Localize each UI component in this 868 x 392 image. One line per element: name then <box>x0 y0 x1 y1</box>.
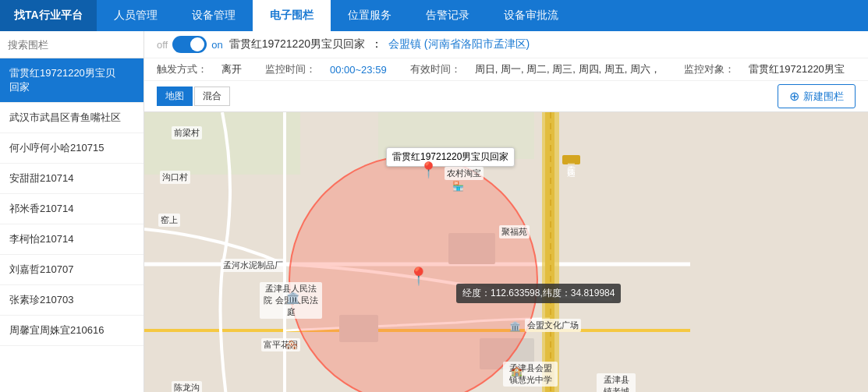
nav-item-location[interactable]: 位置服务 <box>331 0 409 31</box>
place-label-6: 陈龙沟 <box>172 381 202 392</box>
sidebar-item-6[interactable]: 刘嘉哲210707 <box>0 255 143 285</box>
place-label-7: 农村淘宝 <box>445 167 484 180</box>
search-box: 🔍 <box>0 31 143 58</box>
fence-title-label: 雷贯红19721220男宝贝回家 <box>386 147 515 167</box>
coord-box: 经度：112.633598,纬度：34.819984 <box>456 284 621 303</box>
nav-item-fence[interactable]: 电子围栏 <box>253 0 331 31</box>
monitor-time-value: 00:00~23:59 <box>330 64 387 76</box>
sidebar-item-2[interactable]: 何小哼何小哈210715 <box>0 133 143 164</box>
place-label-9: 会盟文化广场 <box>525 319 581 332</box>
valid-time-value: 周日, 周一, 周二, 周三, 周四, 周五, 周六， <box>475 62 661 76</box>
info-row-details: 触发方式： 离开 监控时间： 00:00~23:59 有效时间： 周日, 周一,… <box>144 58 868 81</box>
plus-icon: ⊕ <box>789 89 799 104</box>
toggle-on-label: on <box>211 39 222 51</box>
sidebar: 🔍 雷贯红19721220男宝贝回家 武汉市武昌区青鱼嘴社区 何小哼何小哈210… <box>0 31 144 392</box>
map-type-map[interactable]: 地图 <box>157 87 193 106</box>
main-layout: 🔍 雷贯红19721220男宝贝回家 武汉市武昌区青鱼嘴社区 何小哼何小哈210… <box>0 31 868 392</box>
map-toolbar: 地图 混合 ⊕ 新建围栏 <box>144 81 868 112</box>
toggle-off-label: off <box>157 39 168 51</box>
fence-center-pin: 📍 <box>408 267 429 287</box>
map-icon-taobao: 🏪 <box>452 181 464 192</box>
place-label-1: 沟口村 <box>160 171 190 184</box>
nav-item-approval[interactable]: 设备审批流 <box>487 0 576 31</box>
map-type-hybrid[interactable]: 混合 <box>194 87 230 106</box>
trigger-label: 触发方式： <box>157 62 207 76</box>
sidebar-item-4[interactable]: 祁米香210714 <box>0 194 143 224</box>
sidebar-item-5[interactable]: 李柯怡210714 <box>0 224 143 255</box>
toggle-switch[interactable] <box>172 36 207 53</box>
sidebar-item-1[interactable]: 武汉市武昌区青鱼嘴社区 <box>0 103 143 133</box>
place-label-highway: 三广高速 <box>562 155 580 164</box>
monitor-target-label: 监控对象： <box>684 62 735 76</box>
map-icon-school1: 🏫 <box>511 366 523 376</box>
monitor-target-value: 雷贯红19721220男宝 <box>749 62 845 76</box>
search-input[interactable] <box>8 39 139 51</box>
nav-item-alert[interactable]: 告警记录 <box>409 0 487 31</box>
monitor-time-label: 监控时间： <box>265 62 316 76</box>
place-label-8: 聚福苑 <box>499 225 530 238</box>
place-label-2: 窑上 <box>158 214 180 227</box>
place-label-3: 孟河水泥制品厂 <box>221 259 285 272</box>
svg-rect-1 <box>144 112 300 175</box>
sidebar-item-8[interactable]: 周馨宜周姝宜210616 <box>0 316 143 346</box>
place-label-13: 孟津县 镇老城 <box>597 373 636 392</box>
sidebar-item-7[interactable]: 张素珍210703 <box>0 285 143 316</box>
nav-brand: 找TA行业平台 <box>0 0 97 31</box>
nav-item-device[interactable]: 设备管理 <box>175 0 253 31</box>
trigger-value: 离开 <box>221 62 242 76</box>
person-marker: 📍 <box>419 161 438 179</box>
sidebar-item-3[interactable]: 安甜甜210714 <box>0 164 143 194</box>
toggle-thumb <box>190 37 204 51</box>
map-icon-court: 🏛️ <box>286 291 299 304</box>
map-icon-garden: 🏘️ <box>285 338 298 351</box>
fence-location-link[interactable]: 会盟镇 (河南省洛阳市孟津区) <box>388 37 530 51</box>
content-area: off on 雷贯红19721220男宝贝回家： 会盟镇 (河南省洛阳市孟津区)… <box>144 31 868 392</box>
map-type-buttons: 地图 混合 <box>157 87 230 106</box>
nav-item-personnel[interactable]: 人员管理 <box>97 0 175 31</box>
valid-time-label: 有效时间： <box>410 62 461 76</box>
info-row-title: off on 雷贯红19721220男宝贝回家： 会盟镇 (河南省洛阳市孟津区) <box>144 31 868 58</box>
sidebar-item-0[interactable]: 雷贯红19721220男宝贝回家 <box>0 58 143 103</box>
top-nav: 找TA行业平台 人员管理 设备管理 电子围栏 位置服务 告警记录 设备审批流 <box>0 0 868 31</box>
svg-rect-11 <box>542 112 559 392</box>
place-label-0: 前梁村 <box>172 126 202 139</box>
fence-title: 雷贯红19721220男宝贝回家 <box>229 37 365 51</box>
sidebar-list: 雷贯红19721220男宝贝回家 武汉市武昌区青鱼嘴社区 何小哼何小哈21071… <box>0 58 143 392</box>
toggle-container: off on <box>157 36 223 53</box>
map-icon-culture: 🏛️ <box>509 321 521 332</box>
map-container[interactable]: 雷贯红19721220男宝贝回家 📍 📍 经度：112.633598,纬度：34… <box>144 112 868 392</box>
new-fence-button[interactable]: ⊕ 新建围栏 <box>778 84 856 108</box>
